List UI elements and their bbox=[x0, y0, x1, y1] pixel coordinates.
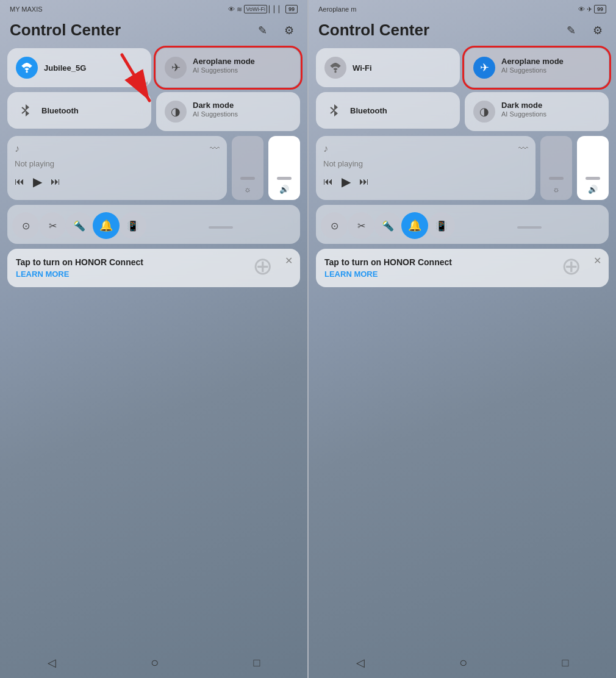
media-top-right: ♪ 〰 bbox=[323, 143, 528, 154]
dark-mode-content-left: Dark mode AI Suggestions bbox=[193, 101, 238, 118]
home-button-left[interactable]: ○ bbox=[151, 655, 159, 671]
bell-toggle-right[interactable]: 🔔 bbox=[401, 212, 428, 239]
wifi-tile-left[interactable]: Jubilee_5G bbox=[7, 48, 151, 87]
volume-slider-right[interactable]: 🔊 bbox=[577, 136, 609, 200]
prev-icon-right[interactable]: ⏮ bbox=[323, 176, 333, 187]
drag-handle-right bbox=[517, 226, 542, 229]
brightness-slider-right[interactable]: ☼ bbox=[540, 136, 572, 200]
honor-icon-right: ⊕ bbox=[556, 251, 587, 281]
volume-icon-right: 🔊 bbox=[588, 185, 598, 194]
media-top-left: ♪ 〰 bbox=[15, 143, 220, 154]
dark-mode-tile-left[interactable]: ◑ Dark mode AI Suggestions bbox=[156, 92, 300, 131]
nav-bar-left: ◁ ○ □ bbox=[0, 648, 307, 678]
edit-button-right[interactable]: ✎ bbox=[562, 22, 579, 39]
wifi-label-left: Jubilee_5G bbox=[44, 63, 86, 73]
left-tile-col: Jubilee_5G Bluetooth bbox=[7, 48, 151, 131]
aeroplane-tile-right[interactable]: ✈ Aeroplane mode AI Suggestions bbox=[465, 48, 609, 87]
brightness-handle-right bbox=[549, 177, 564, 180]
media-row-left: ♪ 〰 Not playing ⏮ ▶ ⏭ ☼ 🔊 bbox=[7, 136, 300, 200]
eye-icon: 👁 bbox=[228, 5, 235, 13]
cc-header-icons-left: ✎ ⚙ bbox=[254, 22, 298, 39]
recent-button-left[interactable]: □ bbox=[253, 657, 260, 669]
hotspot-toggle-left[interactable]: ⊙ bbox=[12, 212, 39, 239]
signal-icon: ▏▏▏ bbox=[269, 5, 284, 13]
aeroplane-label-left: Aeroplane mode bbox=[193, 57, 255, 66]
volume-handle-left bbox=[277, 177, 292, 180]
volume-slider-left[interactable]: 🔊 bbox=[268, 136, 300, 200]
back-button-left[interactable]: ◁ bbox=[48, 656, 56, 669]
control-center-left: Control Center ✎ ⚙ bbox=[0, 16, 307, 294]
cc-title-left: Control Center bbox=[10, 21, 121, 40]
corner-indicator bbox=[144, 81, 148, 85]
aeroplane-icon-right: ✈ bbox=[473, 57, 495, 79]
play-icon-left[interactable]: ▶ bbox=[33, 174, 42, 189]
brightness-icon-right: ☼ bbox=[553, 185, 560, 194]
recent-button-right[interactable]: □ bbox=[562, 657, 568, 669]
quick-toggles-left: ⊙ ✂ 🔦 🔔 📳 bbox=[7, 205, 300, 244]
home-button-right[interactable]: ○ bbox=[459, 655, 467, 671]
cc-title-right: Control Center bbox=[318, 21, 429, 40]
not-playing-left: Not playing bbox=[15, 159, 220, 168]
quick-toggles-right: ⊙ ✂ 🔦 🔔 📳 bbox=[316, 205, 609, 244]
brightness-slider-left[interactable]: ☼ bbox=[232, 136, 263, 200]
settings-button-left[interactable]: ⚙ bbox=[281, 22, 298, 39]
media-player-right[interactable]: ♪ 〰 Not playing ⏮ ▶ ⏭ bbox=[316, 136, 535, 200]
svg-line-2 bbox=[22, 107, 26, 110]
aeroplane-content-right: Aeroplane mode AI Suggestions bbox=[501, 57, 564, 74]
scissors-toggle-left[interactable]: ✂ bbox=[39, 212, 66, 239]
bluetooth-label-right: Bluetooth bbox=[350, 106, 387, 115]
honor-close-right[interactable]: ✕ bbox=[593, 255, 601, 266]
wifi-icon-right bbox=[324, 57, 346, 79]
right-phone-panel: Aeroplane m 👁 ✈ 99 Control Center ✎ ⚙ bbox=[309, 0, 616, 678]
top-tiles-left: Jubilee_5G Bluetooth bbox=[7, 48, 300, 131]
nav-bar-right: ◁ ○ □ bbox=[309, 648, 616, 678]
next-icon-right[interactable]: ⏭ bbox=[359, 176, 369, 187]
music-note-icon-left: ♪ bbox=[15, 143, 20, 154]
scissors-toggle-right[interactable]: ✂ bbox=[348, 212, 374, 239]
aeroplane-status-icon: ✈ bbox=[587, 5, 592, 13]
silent-toggle-right[interactable]: 📳 bbox=[428, 212, 455, 239]
left-phone-panel: MY MAXIS 👁 ≋ VoWi-Fi ▏▏▏ 99 Control Cent… bbox=[0, 0, 309, 678]
hotspot-toggle-right[interactable]: ⊙ bbox=[321, 212, 348, 239]
prev-icon-left[interactable]: ⏮ bbox=[15, 176, 24, 187]
dark-mode-icon-right: ◑ bbox=[473, 101, 495, 123]
settings-button-right[interactable]: ⚙ bbox=[589, 22, 606, 39]
flashlight-toggle-left[interactable]: 🔦 bbox=[66, 212, 93, 239]
flashlight-toggle-right[interactable]: 🔦 bbox=[374, 212, 401, 239]
control-center-right: Control Center ✎ ⚙ bbox=[309, 16, 616, 294]
honor-banner-right[interactable]: ✕ Tap to turn on HONOR Connect LEARN MOR… bbox=[316, 249, 609, 287]
bluetooth-label-left: Bluetooth bbox=[41, 106, 79, 115]
not-playing-right: Not playing bbox=[323, 159, 528, 168]
bluetooth-icon-left bbox=[16, 101, 35, 120]
back-button-right[interactable]: ◁ bbox=[356, 656, 365, 669]
media-controls-left: ⏮ ▶ ⏭ bbox=[15, 174, 220, 189]
media-player-left[interactable]: ♪ 〰 Not playing ⏮ ▶ ⏭ bbox=[7, 136, 227, 200]
media-controls-right: ⏮ ▶ ⏭ bbox=[323, 174, 528, 189]
play-icon-right[interactable]: ▶ bbox=[342, 174, 351, 189]
edit-button-left[interactable]: ✎ bbox=[254, 22, 271, 39]
honor-close-left[interactable]: ✕ bbox=[285, 255, 293, 266]
wifi-status-icon: ≋ bbox=[237, 5, 242, 13]
bluetooth-tile-left[interactable]: Bluetooth bbox=[7, 92, 151, 129]
dark-mode-sublabel-right: AI Suggestions bbox=[501, 110, 546, 118]
aeroplane-tile-left[interactable]: ✈ Aeroplane mode AI Suggestions bbox=[156, 48, 300, 87]
dark-mode-sublabel-left: AI Suggestions bbox=[193, 110, 238, 118]
status-bar-right: Aeroplane m 👁 ✈ 99 bbox=[309, 0, 616, 16]
bluetooth-tile-right[interactable]: Bluetooth bbox=[316, 92, 460, 129]
volume-handle-right bbox=[586, 177, 600, 180]
aeroplane-sublabel-right: AI Suggestions bbox=[501, 66, 564, 74]
carrier-label: MY MAXIS bbox=[10, 5, 43, 13]
right-tile-col-right: ✈ Aeroplane mode AI Suggestions ◑ Dark m… bbox=[465, 48, 609, 131]
right-tile-col: ✈ Aeroplane mode AI Suggestions ◑ Dark m… bbox=[156, 48, 300, 131]
svg-line-3 bbox=[22, 110, 26, 113]
dark-mode-label-right: Dark mode bbox=[501, 101, 546, 110]
eye-icon-right: 👁 bbox=[578, 5, 585, 13]
wifi-tile-right[interactable]: Wi-Fi bbox=[316, 48, 460, 87]
dark-mode-tile-right[interactable]: ◑ Dark mode AI Suggestions bbox=[465, 92, 609, 131]
next-icon-left[interactable]: ⏭ bbox=[51, 176, 60, 187]
silent-toggle-left[interactable]: 📳 bbox=[120, 212, 146, 239]
honor-banner-left[interactable]: ✕ Tap to turn on HONOR Connect LEARN MOR… bbox=[7, 249, 300, 287]
aeroplane-icon-left: ✈ bbox=[165, 57, 187, 79]
wifi-icon-left bbox=[16, 57, 38, 79]
bell-toggle-left[interactable]: 🔔 bbox=[93, 212, 120, 239]
